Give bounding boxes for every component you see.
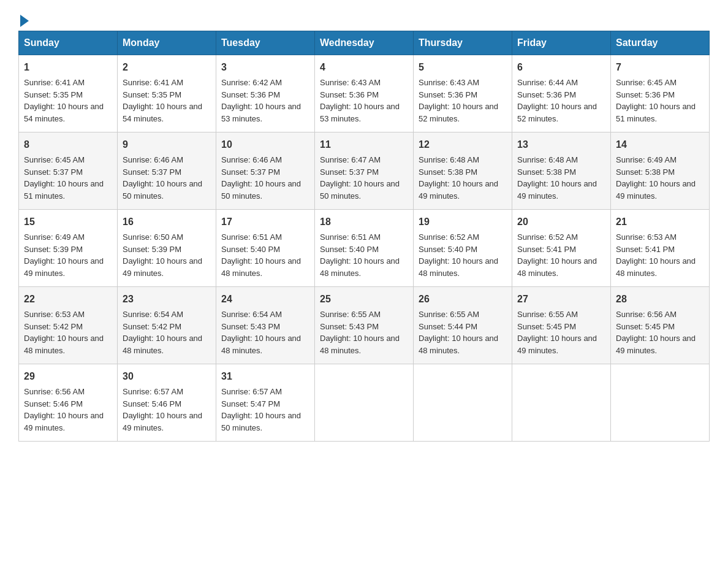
sunset-text: Sunset: 5:38 PM [419, 167, 477, 177]
sunrise-text: Sunrise: 6:56 AM [24, 387, 85, 396]
daylight-text: Daylight: 10 hours and 50 minutes. [221, 411, 301, 432]
calendar-cell: 12Sunrise: 6:48 AMSunset: 5:38 PMDayligh… [414, 132, 512, 210]
calendar-week-row: 1Sunrise: 6:41 AMSunset: 5:35 PMDaylight… [19, 55, 710, 132]
sunset-text: Sunset: 5:46 PM [123, 399, 181, 408]
sunset-text: Sunset: 5:46 PM [24, 399, 83, 408]
sunrise-text: Sunrise: 6:48 AM [517, 155, 578, 164]
daylight-text: Daylight: 10 hours and 49 minutes. [123, 256, 202, 278]
calendar-cell: 17Sunrise: 6:51 AMSunset: 5:40 PMDayligh… [216, 210, 315, 287]
calendar-cell [414, 364, 512, 442]
header-thursday: Thursday [414, 31, 512, 55]
sunset-text: Sunset: 5:35 PM [123, 90, 181, 99]
sunset-text: Sunset: 5:45 PM [517, 322, 576, 331]
sunset-text: Sunset: 5:42 PM [123, 322, 181, 331]
header-tuesday: Tuesday [216, 31, 315, 55]
day-number: 23 [123, 292, 211, 307]
calendar-cell: 16Sunrise: 6:50 AMSunset: 5:39 PMDayligh… [118, 210, 216, 287]
header-friday: Friday [512, 31, 611, 55]
calendar-table: Sunday Monday Tuesday Wednesday Thursday… [18, 31, 710, 442]
header-wednesday: Wednesday [315, 31, 414, 55]
calendar-cell: 27Sunrise: 6:55 AMSunset: 5:45 PMDayligh… [512, 287, 611, 364]
sunset-text: Sunset: 5:35 PM [24, 90, 83, 99]
logo-arrow-icon [20, 15, 29, 27]
day-number: 20 [517, 215, 605, 229]
day-number: 24 [221, 292, 309, 307]
day-number: 15 [24, 215, 112, 229]
daylight-text: Daylight: 10 hours and 48 minutes. [221, 256, 301, 278]
sunset-text: Sunset: 5:42 PM [24, 322, 83, 331]
day-number: 11 [320, 137, 408, 152]
sunrise-text: Sunrise: 6:55 AM [419, 310, 479, 319]
calendar-cell: 21Sunrise: 6:53 AMSunset: 5:41 PMDayligh… [611, 210, 710, 287]
sunset-text: Sunset: 5:37 PM [221, 167, 280, 177]
calendar-week-row: 15Sunrise: 6:49 AMSunset: 5:39 PMDayligh… [19, 210, 710, 287]
daylight-text: Daylight: 10 hours and 48 minutes. [320, 256, 400, 278]
daylight-text: Daylight: 10 hours and 51 minutes. [24, 179, 104, 201]
day-number: 10 [221, 137, 309, 152]
sunrise-text: Sunrise: 6:43 AM [320, 78, 381, 87]
sunset-text: Sunset: 5:41 PM [616, 245, 675, 254]
calendar-cell: 5Sunrise: 6:43 AMSunset: 5:36 PMDaylight… [414, 55, 512, 132]
calendar-cell: 7Sunrise: 6:45 AMSunset: 5:36 PMDaylight… [611, 55, 710, 132]
day-number: 25 [320, 292, 408, 307]
daylight-text: Daylight: 10 hours and 49 minutes. [517, 179, 597, 201]
daylight-text: Daylight: 10 hours and 49 minutes. [24, 256, 104, 278]
day-number: 3 [221, 60, 309, 75]
day-number: 30 [123, 369, 211, 384]
sunrise-text: Sunrise: 6:54 AM [123, 310, 183, 319]
sunset-text: Sunset: 5:44 PM [419, 322, 477, 331]
sunset-text: Sunset: 5:37 PM [24, 167, 83, 177]
sunrise-text: Sunrise: 6:53 AM [616, 232, 677, 242]
calendar-cell: 6Sunrise: 6:44 AMSunset: 5:36 PMDaylight… [512, 55, 611, 132]
day-number: 21 [616, 215, 704, 229]
sunrise-text: Sunrise: 6:49 AM [24, 232, 85, 242]
calendar-cell: 8Sunrise: 6:45 AMSunset: 5:37 PMDaylight… [19, 132, 118, 210]
day-number: 13 [517, 137, 605, 152]
sunset-text: Sunset: 5:36 PM [517, 90, 576, 99]
daylight-text: Daylight: 10 hours and 49 minutes. [517, 334, 597, 355]
calendar-cell: 30Sunrise: 6:57 AMSunset: 5:46 PMDayligh… [118, 364, 216, 442]
day-number: 2 [123, 60, 211, 75]
calendar-header-row: Sunday Monday Tuesday Wednesday Thursday… [19, 31, 710, 55]
sunrise-text: Sunrise: 6:57 AM [221, 387, 282, 396]
sunset-text: Sunset: 5:41 PM [517, 245, 576, 254]
daylight-text: Daylight: 10 hours and 50 minutes. [320, 179, 400, 201]
calendar-cell [315, 364, 414, 442]
sunrise-text: Sunrise: 6:54 AM [221, 310, 282, 319]
day-number: 26 [419, 292, 507, 307]
sunrise-text: Sunrise: 6:57 AM [123, 387, 183, 396]
daylight-text: Daylight: 10 hours and 51 minutes. [616, 102, 696, 123]
daylight-text: Daylight: 10 hours and 50 minutes. [123, 179, 202, 201]
daylight-text: Daylight: 10 hours and 50 minutes. [221, 179, 301, 201]
sunset-text: Sunset: 5:40 PM [419, 245, 477, 254]
sunrise-text: Sunrise: 6:44 AM [517, 78, 578, 87]
daylight-text: Daylight: 10 hours and 48 minutes. [517, 256, 597, 278]
sunrise-text: Sunrise: 6:45 AM [616, 78, 677, 87]
sunrise-text: Sunrise: 6:49 AM [616, 155, 677, 164]
sunset-text: Sunset: 5:43 PM [320, 322, 379, 331]
calendar-week-row: 22Sunrise: 6:53 AMSunset: 5:42 PMDayligh… [19, 287, 710, 364]
sunset-text: Sunset: 5:39 PM [123, 245, 181, 254]
day-number: 4 [320, 60, 408, 75]
sunrise-text: Sunrise: 6:56 AM [616, 310, 677, 319]
sunrise-text: Sunrise: 6:47 AM [320, 155, 381, 164]
daylight-text: Daylight: 10 hours and 48 minutes. [419, 334, 498, 355]
day-number: 28 [616, 292, 704, 307]
calendar-cell: 14Sunrise: 6:49 AMSunset: 5:38 PMDayligh… [611, 132, 710, 210]
sunrise-text: Sunrise: 6:42 AM [221, 78, 282, 87]
sunrise-text: Sunrise: 6:53 AM [24, 310, 85, 319]
sunset-text: Sunset: 5:40 PM [320, 245, 379, 254]
daylight-text: Daylight: 10 hours and 48 minutes. [616, 256, 696, 278]
sunrise-text: Sunrise: 6:45 AM [24, 155, 85, 164]
page-header [18, 12, 710, 25]
sunset-text: Sunset: 5:37 PM [123, 167, 181, 177]
daylight-text: Daylight: 10 hours and 52 minutes. [517, 102, 597, 123]
sunset-text: Sunset: 5:36 PM [419, 90, 477, 99]
day-number: 5 [419, 60, 507, 75]
calendar-cell: 18Sunrise: 6:51 AMSunset: 5:40 PMDayligh… [315, 210, 414, 287]
daylight-text: Daylight: 10 hours and 48 minutes. [123, 334, 202, 355]
sunset-text: Sunset: 5:45 PM [616, 322, 675, 331]
daylight-text: Daylight: 10 hours and 48 minutes. [221, 334, 301, 355]
daylight-text: Daylight: 10 hours and 49 minutes. [616, 179, 696, 201]
daylight-text: Daylight: 10 hours and 48 minutes. [24, 334, 104, 355]
